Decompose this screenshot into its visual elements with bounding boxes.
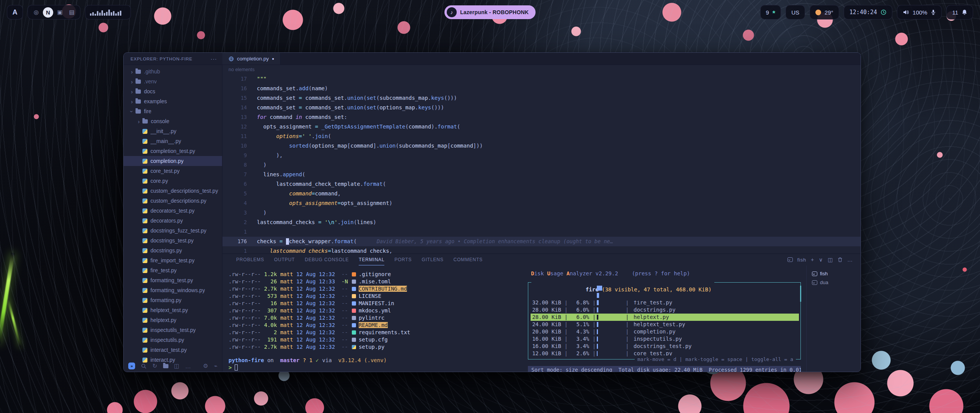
terminal-dua[interactable]: Disk Usage Analyzer v2.29.2(press ? for … [528, 265, 806, 372]
tree-item-fire_import_test.py[interactable]: fire_import_test.py [124, 255, 222, 265]
prompt-token-warn: ? 1 [299, 357, 312, 363]
workspace-switcher[interactable]: ◎N▣▤ [28, 5, 80, 20]
tree-item-.github[interactable]: ›.github [124, 67, 222, 76]
tree-item-helptext_test.py[interactable]: helptext_test.py [124, 305, 222, 315]
tree-item-examples[interactable]: ›examples [124, 96, 222, 106]
tree-item-__main__.py[interactable]: __main__.py [124, 136, 222, 146]
workspace-button-3[interactable]: ▣ [55, 7, 65, 18]
syntax-token: command [408, 124, 431, 130]
tree-item-decorators_test.py[interactable]: decorators_test.py [124, 206, 222, 216]
dua-row-docstrings_test.py[interactable]: 16.00 KiB | 3.4% || docstrings_test.py [531, 343, 799, 350]
system-graph-widget[interactable] [85, 5, 131, 20]
panel-tab-ports[interactable]: PORTS [394, 254, 412, 265]
git-status: -- [335, 300, 348, 306]
tree-item-custom_descriptions.py[interactable]: custom_descriptions.py [124, 196, 222, 206]
tree-item-completion.py[interactable]: completion.py [124, 156, 222, 166]
dua-separator: | [589, 343, 596, 350]
syntax-token: . [428, 95, 431, 101]
tree-item-docs[interactable]: ›docs [124, 86, 222, 96]
tree-item-decorators.py[interactable]: decorators.py [124, 216, 222, 226]
tree-item-fire_test.py[interactable]: fire_test.py [124, 265, 222, 275]
syntax-token: . [344, 104, 347, 111]
new-terminal-button[interactable]: + [811, 257, 814, 263]
panel-tab-comments[interactable]: COMMENTS [453, 254, 482, 265]
panel-more-actions[interactable]: … [847, 257, 853, 263]
kill-terminal-button[interactable] [838, 257, 843, 262]
tree-item-core_test.py[interactable]: core_test.py [124, 166, 222, 176]
dua-entry-name: completion.py [632, 328, 676, 335]
tree-item-completion_test.py[interactable]: completion_test.py [124, 146, 222, 156]
tree-item-custom_descriptions_test.py[interactable]: custom_descriptions_test.py [124, 186, 222, 196]
dua-row-helptext_test.py[interactable]: 24.00 KiB | 5.1% || helptext_test.py [531, 321, 799, 328]
split-terminal-button[interactable]: ◫ [828, 257, 833, 263]
gear-icon[interactable]: ⚙ [203, 363, 208, 369]
workspace-button-1[interactable]: ◎ [31, 7, 41, 18]
dua-separator: | [561, 335, 571, 343]
editor-column: no elements 17"""16commands_set.add(name… [222, 65, 861, 372]
workspace-button-4[interactable]: ▤ [67, 7, 77, 18]
dua-row-helptext.py[interactable]: 28.00 KiB | 6.0% || helptext.py [531, 314, 799, 321]
python-file-icon [142, 228, 147, 233]
terminal-fish[interactable]: .rw-r--r-- 1.2k matt 12 Aug 12:32 --.git… [222, 265, 528, 372]
clock-widget[interactable]: 12:40:24 [844, 5, 892, 20]
workspace-button-2[interactable]: N [43, 7, 53, 18]
usage-bar [597, 300, 624, 305]
tree-item-__init__.py[interactable]: __init__.py [124, 126, 222, 136]
tree-item-console[interactable]: ›console [124, 116, 222, 126]
refresh-icon[interactable]: ↻ [152, 363, 157, 369]
code-editor[interactable]: 17"""16commands_set.add(name)15commands_… [222, 74, 861, 254]
tree-item-docstrings.py[interactable]: docstrings.py [124, 246, 222, 255]
launcher-button[interactable]: A [7, 5, 23, 20]
file-date: 12 Aug 12:32 [293, 337, 335, 343]
dua-separator: | [589, 306, 596, 314]
tree-item-.venv[interactable]: ›.venv [124, 76, 222, 86]
code-line: 3 ) [222, 208, 861, 218]
remote-badge-icon[interactable]: » [128, 363, 135, 369]
panel-tab-output[interactable]: OUTPUT [274, 254, 295, 265]
dua-row-docstrings.py[interactable]: 28.00 KiB | 6.0% || docstrings.py [531, 306, 799, 314]
panel-tab-gitlens[interactable]: GITLENS [422, 254, 444, 265]
tree-item-fire[interactable]: ›fire [124, 106, 222, 116]
split-icon[interactable]: ◫ [174, 363, 180, 369]
git-status: -- [335, 293, 348, 299]
zap-icon[interactable]: ⌁ [214, 363, 217, 369]
tree-item-formatting_windows.py[interactable]: formatting_windows.py [124, 285, 222, 295]
dua-row-completion.py[interactable]: 20.00 KiB | 4.3% || completion.py [531, 328, 799, 335]
session-fish[interactable]: fish [810, 269, 861, 278]
dua-scrollbar[interactable] [800, 286, 801, 302]
more-actions-icon[interactable]: … [185, 363, 191, 369]
volume-widget[interactable]: 100% [897, 5, 942, 20]
tree-item-formatting.py[interactable]: formatting.py [124, 295, 222, 305]
notifications-widget[interactable]: 11 [946, 5, 973, 20]
explorer-menu-button[interactable]: ··· [211, 56, 217, 62]
tree-item-inspectutils_test.py[interactable]: inspectutils_test.py [124, 325, 222, 335]
shell-prompt-input-line[interactable]: > [229, 364, 528, 371]
search-icon[interactable] [141, 363, 147, 369]
breadcrumb[interactable]: no elements [222, 65, 861, 74]
keyboard-layout-widget[interactable]: US [786, 5, 805, 20]
session-dua[interactable]: dua [810, 278, 861, 287]
tree-item-helptext.py[interactable]: helptext.py [124, 315, 222, 325]
media-player-widget[interactable]: ♪ Lazerpunk - ROBOPHONK [444, 5, 536, 19]
graph-bar [108, 10, 110, 16]
updates-widget[interactable]: 9 * [760, 5, 781, 20]
window-titlebar[interactable]: EXPLORER: PYTHON-FIRE ··· completion.py … [124, 53, 861, 65]
tree-item-formatting_test.py[interactable]: formatting_test.py [124, 275, 222, 285]
tree-item-interact_test.py[interactable]: interact_test.py [124, 345, 222, 355]
tree-item-inspectutils.py[interactable]: inspectutils.py [124, 335, 222, 345]
folder-icon[interactable] [163, 364, 168, 368]
chevron-icon: › [136, 118, 142, 125]
tab-completion-py[interactable]: completion.py ● [222, 53, 281, 65]
tree-item-docstrings_fuzz_test.py[interactable]: docstrings_fuzz_test.py [124, 226, 222, 236]
panel-tab-terminal[interactable]: TERMINAL [359, 254, 384, 265]
panel-tab-problems[interactable]: PROBLEMS [236, 254, 264, 265]
python-file-icon [142, 218, 147, 223]
tree-item-docstrings_test.py[interactable]: docstrings_test.py [124, 236, 222, 246]
panel-tab-debug-console[interactable]: DEBUG CONSOLE [305, 254, 349, 265]
dua-separator: | [589, 328, 596, 335]
terminal-icon [812, 280, 817, 285]
tree-item-core.py[interactable]: core.py [124, 176, 222, 186]
dua-row-inspectutils.py[interactable]: 16.00 KiB | 3.4% || inspectutils.py [531, 335, 799, 343]
weather-widget[interactable]: 29° [810, 5, 839, 20]
terminal-profile-dropdown[interactable]: ∨ [819, 257, 823, 263]
